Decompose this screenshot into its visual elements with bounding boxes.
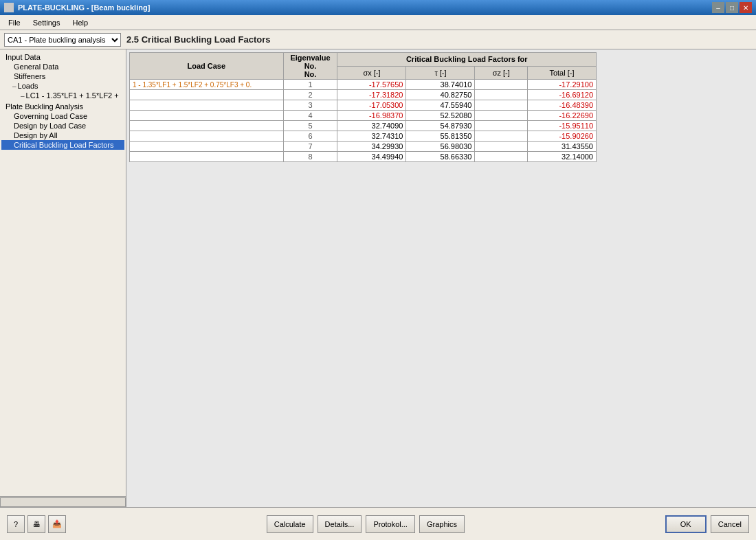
cell-load-case	[130, 100, 284, 111]
cell-sigma-x: 34.49940	[337, 152, 406, 162]
cell-sigma-z	[475, 131, 527, 142]
cell-sigma-x: -17.31820	[337, 90, 406, 100]
cell-sigma-x: -17.57650	[337, 80, 406, 90]
cell-load-case	[130, 90, 284, 100]
content-area: Input Data General Data Stiffeners – Loa…	[0, 49, 756, 507]
expand-icon: –	[12, 82, 16, 90]
table-row: 632.7431055.81350-15.90260	[130, 131, 597, 142]
print-button[interactable]: 🖶	[27, 515, 45, 533]
header-sigma-x: σx [-]	[337, 66, 406, 80]
horizontal-scrollbar[interactable]	[0, 497, 126, 507]
tree-input-data[interactable]: Input Data	[1, 52, 124, 62]
cell-row-num: 5	[283, 121, 337, 131]
cell-row-num: 1	[283, 80, 337, 90]
analysis-selector[interactable]: CA1 - Plate buckling analysis	[4, 33, 121, 47]
menu-settings[interactable]: Settings	[27, 17, 66, 28]
cell-sigma-z	[475, 100, 527, 111]
cell-sigma-z	[475, 80, 527, 90]
cell-sigma-x: -17.05300	[337, 100, 406, 111]
tree-stiffeners[interactable]: Stiffeners	[1, 71, 124, 81]
selector-row: CA1 - Plate buckling analysis 2.5 Critic…	[0, 30, 756, 49]
table-row: 1 - 1.35*LF1 + 1.5*LF2 + 0.75*LF3 + 0.1-…	[130, 80, 597, 90]
close-button[interactable]: ✕	[740, 2, 752, 13]
sidebar-scrollbar[interactable]	[0, 496, 126, 507]
header-critical-buckling: Critical Buckling Load Factors for	[337, 53, 597, 67]
calculate-button[interactable]: Calculate	[267, 515, 313, 533]
details-button[interactable]: Details...	[318, 515, 362, 533]
cell-tau: 38.74010	[406, 80, 475, 90]
cell-total: 32.14000	[527, 152, 596, 162]
tree-design-by-all[interactable]: Design by All	[1, 131, 124, 140]
protokol-button[interactable]: Protokol...	[366, 515, 415, 533]
cell-load-case	[130, 131, 284, 142]
menu-help[interactable]: Help	[67, 17, 93, 28]
cell-tau: 55.81350	[406, 131, 475, 142]
export-button[interactable]: 📤	[48, 515, 66, 533]
cell-sigma-z	[475, 90, 527, 100]
cell-load-case	[130, 152, 284, 162]
cell-tau: 58.66330	[406, 152, 475, 162]
app-icon	[4, 3, 14, 12]
title-bar: PLATE-BUCKLING - [Beam buckling] – □ ✕	[0, 0, 756, 15]
tree-lc1[interactable]: – LC1 - 1.35*LF1 + 1.5*LF2 +	[1, 91, 124, 100]
tree-governing-load-case[interactable]: Governing Load Case	[1, 111, 124, 121]
table-row: 532.7409054.87930-15.95110	[130, 121, 597, 131]
sidebar: Input Data General Data Stiffeners – Loa…	[0, 49, 126, 507]
cell-row-num: 6	[283, 131, 337, 142]
tree-general-data[interactable]: General Data	[1, 62, 124, 71]
header-sigma-z: σz [-]	[475, 66, 527, 80]
cell-load-case	[130, 111, 284, 121]
cell-sigma-z	[475, 111, 527, 121]
cell-row-num: 4	[283, 111, 337, 121]
cell-tau: 52.52080	[406, 111, 475, 121]
bottom-left-buttons: ? 🖶 📤	[7, 515, 66, 533]
tree-area: Input Data General Data Stiffeners – Loa…	[0, 49, 126, 496]
cell-tau: 54.87930	[406, 121, 475, 131]
table-row: 2-17.3182040.82750-16.69120	[130, 90, 597, 100]
data-table: Load Case Eigenvalue No. No. Critical Bu…	[129, 52, 597, 162]
help-icon-button[interactable]: ?	[7, 515, 25, 533]
menu-file[interactable]: File	[3, 17, 26, 28]
minimize-button[interactable]: –	[712, 2, 724, 13]
cell-total: -16.48390	[527, 100, 596, 111]
cell-tau: 56.98030	[406, 142, 475, 152]
cell-total: -16.22690	[527, 111, 596, 121]
cell-row-num: 2	[283, 90, 337, 100]
cell-sigma-z	[475, 152, 527, 162]
cell-total: -16.69120	[527, 90, 596, 100]
cell-total: -15.90260	[527, 131, 596, 142]
header-tau: τ [-]	[406, 66, 475, 80]
tree-critical-buckling[interactable]: Critical Buckling Load Factors	[1, 140, 124, 150]
cancel-button[interactable]: Cancel	[711, 515, 749, 533]
header-eigenvalue-no: Eigenvalue No. No.	[283, 53, 337, 80]
cell-sigma-x: 32.74310	[337, 131, 406, 142]
header-total: Total [-]	[527, 66, 596, 80]
cell-row-num: 8	[283, 152, 337, 162]
tree-design-by-load-case[interactable]: Design by Load Case	[1, 121, 124, 131]
cell-total: 31.43550	[527, 142, 596, 152]
cell-load-case: 1 - 1.35*LF1 + 1.5*LF2 + 0.75*LF3 + 0.	[130, 80, 284, 90]
tree-plate-buckling[interactable]: Plate Buckling Analysis	[1, 102, 124, 111]
maximize-button[interactable]: □	[726, 2, 738, 13]
table-area: Load Case Eigenvalue No. No. Critical Bu…	[126, 49, 756, 507]
table-row: 4-16.9837052.52080-16.22690	[130, 111, 597, 121]
window-title: PLATE-BUCKLING - [Beam buckling]	[18, 3, 150, 12]
table-row: 834.4994058.6633032.14000	[130, 152, 597, 162]
expand-icon: –	[21, 92, 25, 100]
bottom-center-buttons: Calculate Details... Protokol... Graphic…	[267, 515, 465, 533]
cell-row-num: 7	[283, 142, 337, 152]
cell-tau: 47.55940	[406, 100, 475, 111]
ok-button[interactable]: OK	[665, 515, 707, 533]
bottom-bar: ? 🖶 📤 Calculate Details... Protokol... G…	[0, 507, 756, 540]
cell-sigma-z	[475, 142, 527, 152]
cell-sigma-x: 32.74090	[337, 121, 406, 131]
menu-bar: File Settings Help	[0, 15, 756, 30]
tree-loads[interactable]: – Loads	[1, 81, 124, 91]
cell-sigma-x: 34.29930	[337, 142, 406, 152]
table-row: 734.2993056.9803031.43550	[130, 142, 597, 152]
main-container: CA1 - Plate buckling analysis 2.5 Critic…	[0, 30, 756, 540]
section-title: 2.5 Critical Buckling Load Factors	[126, 34, 271, 45]
cell-row-num: 3	[283, 100, 337, 111]
graphics-button[interactable]: Graphics	[419, 515, 465, 533]
cell-total: -15.95110	[527, 121, 596, 131]
